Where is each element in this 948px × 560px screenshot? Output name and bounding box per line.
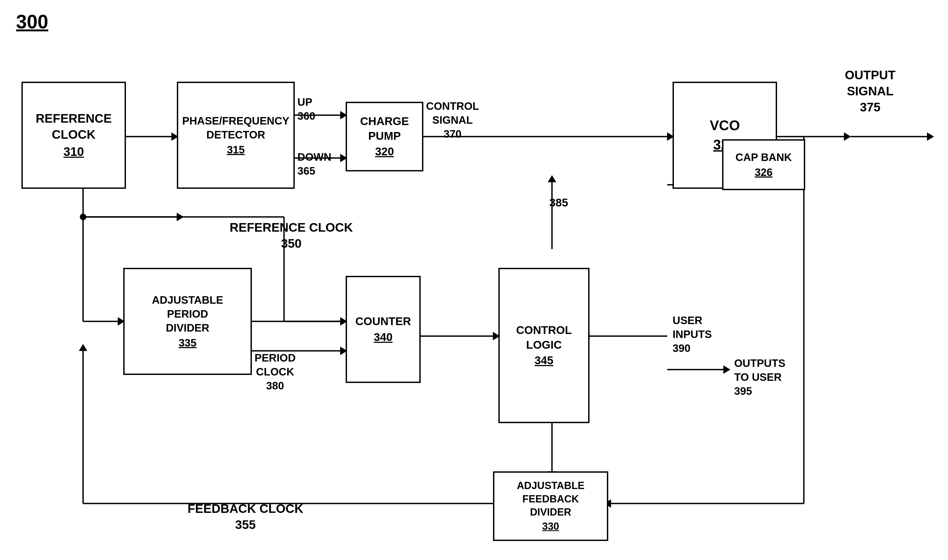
block-label: REFERENCECLOCK [35, 111, 112, 143]
label-text: OUTPUTSIGNAL [845, 68, 896, 98]
block-label: PHASE/FREQUENCYDETECTOR [182, 114, 290, 142]
block-ref-clock-310: REFERENCECLOCK 310 [22, 82, 126, 189]
svg-marker-37 [723, 366, 730, 374]
svg-marker-42 [79, 344, 87, 351]
label-num: 360 [298, 110, 315, 122]
label-num: 380 [266, 380, 284, 392]
block-counter-340: COUNTER 340 [346, 276, 421, 383]
label-text: PERIODCLOCK [254, 352, 296, 378]
label-outputs-to-user-395: OUTPUTSTO USER 395 [734, 356, 785, 398]
label-text: DOWN [298, 151, 331, 163]
block-num: 326 [755, 165, 773, 179]
block-pfd-315: PHASE/FREQUENCYDETECTOR 315 [177, 82, 295, 189]
block-cap-bank-326: CAP BANK 326 [722, 139, 805, 190]
block-charge-pump-320: CHARGEPUMP 320 [346, 102, 423, 171]
label-up-360: UP 360 [298, 95, 315, 123]
block-label: ADJUSTABLEFEEDBACKDIVIDER [517, 479, 585, 519]
label-text: FEEDBACK CLOCK [188, 502, 303, 515]
svg-marker-29 [548, 175, 556, 182]
block-control-logic-345: CONTROLLOGIC 345 [498, 268, 589, 423]
block-adj-period-div-335: ADJUSTABLEPERIODDIVIDER 335 [123, 268, 252, 375]
label-num: 350 [281, 237, 302, 251]
diagram: 300 [0, 0, 948, 560]
block-label: CHARGEPUMP [360, 114, 409, 143]
block-label: CONTROLLOGIC [516, 323, 572, 352]
label-text: CONTROLSIGNAL [426, 100, 479, 126]
block-num: 345 [535, 353, 553, 368]
block-num: 315 [227, 143, 245, 157]
label-text: REFERENCE CLOCK [230, 220, 353, 234]
label-user-inputs-390: USERINPUTS 390 [672, 313, 712, 355]
label-text: OUTPUTSTO USER [734, 357, 785, 383]
label-num: 370 [444, 128, 462, 140]
svg-marker-11 [927, 132, 934, 141]
label-num: 385 [549, 196, 568, 209]
block-label: COUNTER [355, 314, 411, 329]
block-label: ADJUSTABLEPERIODDIVIDER [152, 293, 223, 335]
label-num: 355 [235, 518, 256, 532]
label-num: 375 [860, 100, 880, 114]
block-num: 335 [179, 336, 197, 350]
svg-marker-9 [844, 132, 851, 141]
svg-point-19 [80, 214, 86, 220]
label-control-signal-370: CONTROLSIGNAL 370 [426, 99, 479, 141]
label-num: 395 [734, 385, 752, 397]
label-num: 365 [298, 165, 315, 177]
block-num: 330 [542, 520, 559, 533]
block-adj-feedback-div-330: ADJUSTABLEFEEDBACKDIVIDER 330 [493, 471, 608, 541]
label-text: USERINPUTS [672, 314, 712, 340]
label-text: UP [298, 96, 313, 108]
label-feedback-clock-355: FEEDBACK CLOCK 355 [188, 501, 303, 533]
label-down-365: DOWN 365 [298, 150, 331, 178]
label-output-signal-375: OUTPUTSIGNAL 375 [845, 67, 896, 115]
block-num: 320 [375, 145, 394, 159]
block-label: VCO [710, 117, 740, 135]
label-period-clock-380: PERIODCLOCK 380 [254, 351, 296, 392]
label-385: 385 [549, 195, 568, 210]
block-num: 310 [63, 144, 84, 160]
block-label: CAP BANK [735, 150, 792, 164]
label-num: 390 [672, 342, 691, 354]
block-num: 340 [374, 330, 393, 345]
label-ref-clock-350: REFERENCE CLOCK 350 [230, 220, 353, 252]
